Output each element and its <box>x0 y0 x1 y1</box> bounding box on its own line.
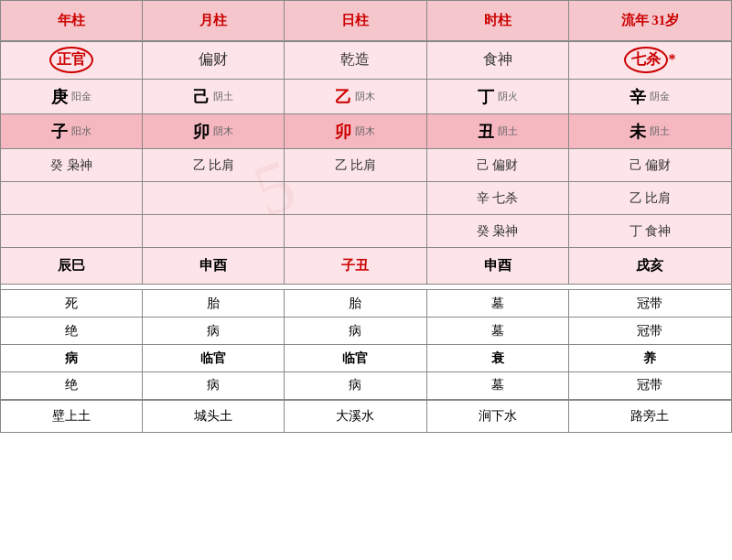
branch-ri-char: 卯 <box>335 121 351 143</box>
branch-liu-char: 未 <box>630 121 646 143</box>
substar1-liu: 己 偏财 <box>568 149 731 182</box>
header-nian: 年柱 <box>1 1 143 41</box>
header-ri: 日柱 <box>285 1 426 41</box>
bottom-2-3: 衰 <box>426 345 568 372</box>
branch-yue: 卯 阴木 <box>143 114 285 149</box>
main-wrapper: 5 年柱 月柱 日柱 时柱 流年 31岁 正官 偏财 乾造 食神 <box>0 0 732 433</box>
tengod-shi: 食神 <box>426 41 568 80</box>
branch-shi-char: 丑 <box>478 121 494 143</box>
bottom-3-2: 病 <box>285 372 426 400</box>
substar2-shi: 辛 七杀 <box>426 182 568 215</box>
bottom-2-0: 病 <box>1 345 143 372</box>
tengod-liu-text: 七杀* <box>624 51 675 67</box>
season-row: 辰巳 申酉 子丑 申酉 戌亥 <box>1 248 732 285</box>
bottom-3-1: 病 <box>143 372 285 400</box>
stem-liu-char: 辛 <box>630 86 646 108</box>
season-yue: 申酉 <box>143 248 285 285</box>
footer-0: 壁上土 <box>1 400 143 433</box>
substar1-row: 癸 枭神 乙 比肩 乙 比肩 己 偏财 己 偏财 <box>1 149 732 182</box>
tengod-yue: 偏财 <box>143 41 285 80</box>
season-ri: 子丑 <box>285 248 426 285</box>
bottom-0-3: 墓 <box>426 290 568 318</box>
substar2-row: 辛 七杀 乙 比肩 <box>1 182 732 215</box>
stem-yue: 己 阴土 <box>143 80 285 114</box>
substar3-liu: 丁 食神 <box>568 215 731 248</box>
branch-shi: 丑 阴土 <box>426 114 568 149</box>
stem-yue-elem: 阴土 <box>213 91 233 102</box>
bottom-1-0: 绝 <box>1 318 143 345</box>
bottom-0-0: 死 <box>1 290 143 318</box>
tengod-liu: 七杀* <box>568 41 731 80</box>
branches-row: 子 阳水 卯 阴木 卯 阴木 <box>1 114 732 149</box>
substar1-shi: 己 偏财 <box>426 149 568 182</box>
season-liu: 戌亥 <box>568 248 731 285</box>
footer-3: 涧下水 <box>426 400 568 433</box>
substar3-shi: 癸 枭神 <box>426 215 568 248</box>
substar3-ri <box>285 215 426 248</box>
substar1-nian: 癸 枭神 <box>1 149 143 182</box>
bottom-1-1: 病 <box>143 318 285 345</box>
branch-liu-elem: 阴土 <box>650 125 670 137</box>
branch-nian: 子 阳水 <box>1 114 143 149</box>
tengod-row: 正官 偏财 乾造 食神 七杀* <box>1 41 732 80</box>
tengod-nian: 正官 <box>1 41 143 80</box>
stem-ri: 乙 阴木 <box>285 80 426 114</box>
stem-nian: 庚 阳金 <box>1 80 143 114</box>
substar1-yue: 乙 比肩 <box>143 149 285 182</box>
main-table: 年柱 月柱 日柱 时柱 流年 31岁 正官 偏财 乾造 食神 七杀* <box>0 0 732 433</box>
branch-yue-char: 卯 <box>193 121 210 143</box>
bottom-3-3: 墓 <box>426 372 568 400</box>
substar3-yue <box>143 215 285 248</box>
tengod-liu-circled: 七杀 <box>624 47 668 73</box>
stem-ri-char: 乙 <box>335 86 351 108</box>
season-nian: 辰巳 <box>1 248 143 285</box>
stem-liu: 辛 阴金 <box>568 80 731 114</box>
bottom-0-4: 冠带 <box>568 290 731 318</box>
footer-row: 壁上土 城头土 大溪水 涧下水 路旁土 <box>1 400 732 433</box>
footer-4: 路旁土 <box>568 400 731 433</box>
bottom-row-2: 病 临官 临官 衰 养 <box>1 345 732 372</box>
header-row: 年柱 月柱 日柱 时柱 流年 31岁 <box>1 1 732 41</box>
substar3-nian <box>1 215 143 248</box>
tengod-nian-circled: 正官 <box>49 47 93 73</box>
bottom-3-0: 绝 <box>1 372 143 400</box>
stem-nian-char: 庚 <box>51 86 68 108</box>
stem-shi: 丁 阴火 <box>426 80 568 114</box>
header-yue: 月柱 <box>143 1 285 41</box>
branch-yue-elem: 阴木 <box>213 125 233 137</box>
header-liu: 流年 31岁 <box>568 1 731 41</box>
stem-ri-elem: 阴木 <box>355 91 375 102</box>
stem-liu-elem: 阴金 <box>650 91 670 102</box>
bottom-1-2: 病 <box>285 318 426 345</box>
bottom-2-4: 养 <box>568 345 731 372</box>
footer-1: 城头土 <box>143 400 285 433</box>
substar1-ri: 乙 比肩 <box>285 149 426 182</box>
bottom-2-2: 临官 <box>285 345 426 372</box>
stems-row: 庚 阳金 己 阴土 乙 阴木 <box>1 80 732 114</box>
branch-shi-elem: 阴土 <box>498 125 518 137</box>
bottom-2-1: 临官 <box>143 345 285 372</box>
stem-shi-char: 丁 <box>478 86 494 108</box>
branch-ri-elem: 阴木 <box>355 125 375 137</box>
header-shi: 时柱 <box>426 1 568 41</box>
tengod-star: * <box>668 51 675 67</box>
bottom-1-3: 墓 <box>426 318 568 345</box>
branch-ri: 卯 阴木 <box>285 114 426 149</box>
stem-nian-elem: 阳金 <box>71 91 92 102</box>
bottom-0-1: 胎 <box>143 290 285 318</box>
substar2-liu: 乙 比肩 <box>568 182 731 215</box>
branch-nian-elem: 阳水 <box>71 125 92 137</box>
footer-2: 大溪水 <box>285 400 426 433</box>
tengod-ri: 乾造 <box>285 41 426 80</box>
stem-shi-elem: 阴火 <box>498 91 518 102</box>
branch-liu: 未 阴土 <box>568 114 731 149</box>
bottom-0-2: 胎 <box>285 290 426 318</box>
substar2-yue <box>143 182 285 215</box>
branch-nian-char: 子 <box>51 121 68 143</box>
substar3-row: 癸 枭神 丁 食神 <box>1 215 732 248</box>
season-shi: 申酉 <box>426 248 568 285</box>
bottom-1-4: 冠带 <box>568 318 731 345</box>
stem-yue-char: 己 <box>193 86 210 108</box>
bottom-row-1: 绝 病 病 墓 冠带 <box>1 318 732 345</box>
substar2-nian <box>1 182 143 215</box>
